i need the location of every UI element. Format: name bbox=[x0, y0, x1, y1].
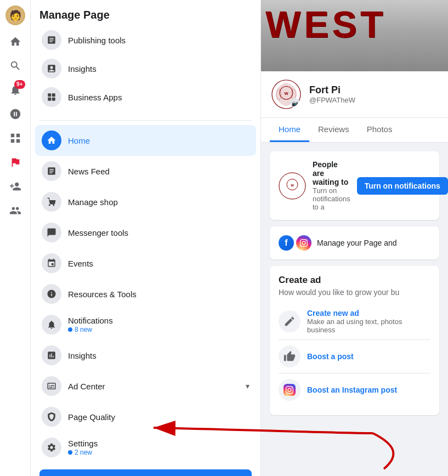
cover-text: WEST bbox=[265, 5, 386, 43]
boost-instagram-title: Boost an Instagram post bbox=[307, 386, 397, 394]
insights-nav-icon bbox=[42, 345, 61, 365]
promote-button[interactable]: Promote bbox=[39, 469, 252, 476]
manage-page-card: f Manage your Page and bbox=[270, 226, 439, 259]
manage-shop-label: Manage shop bbox=[68, 197, 118, 207]
notifications-nav-label: Notifications bbox=[68, 316, 113, 325]
boost-instagram-text: Boost an Instagram post bbox=[307, 386, 397, 394]
page-quality-icon bbox=[42, 407, 61, 427]
grid-icon[interactable] bbox=[4, 127, 26, 149]
manage-logo: f bbox=[279, 235, 311, 251]
sidebar-item-news-feed[interactable]: News Feed bbox=[35, 156, 256, 186]
boost-post-row[interactable]: Boost a post bbox=[279, 340, 430, 373]
svg-rect-0 bbox=[48, 93, 51, 97]
create-new-ad-sub: Make an ad using text, photos business bbox=[307, 318, 430, 334]
page-name-wrap: Fort Pi @FPWATheW bbox=[309, 84, 439, 104]
page-cover: WEST bbox=[261, 0, 448, 71]
sidebar-item-notifications[interactable]: Notifications 8 new bbox=[35, 309, 256, 340]
flag-icon[interactable] bbox=[4, 151, 26, 173]
svg-text:W: W bbox=[284, 91, 288, 96]
messenger-tools-label: Messenger tools bbox=[68, 228, 128, 237]
sidebar-item-publishing-tools[interactable]: Publishing tools bbox=[35, 26, 256, 54]
sidebar-item-business-apps[interactable]: Business Apps bbox=[35, 83, 256, 111]
sidebar: Manage Page Publishing tools Insights Bu… bbox=[31, 0, 261, 476]
turn-on-notifications-button[interactable]: Turn on notifications bbox=[357, 177, 448, 195]
notifications-badge: 9+ bbox=[14, 80, 25, 89]
notifications-card: W People are waiting to Turn on notifica… bbox=[270, 151, 439, 220]
sidebar-item-ad-center[interactable]: Ad Center ▾ bbox=[35, 371, 256, 401]
insights-top-icon bbox=[42, 59, 61, 78]
page-handle: @FPWATheW bbox=[309, 96, 439, 104]
notif-title: People are waiting to bbox=[313, 160, 350, 186]
resources-label: Resources & Tools bbox=[68, 290, 137, 299]
notifications-sublabel: 8 new bbox=[68, 326, 113, 333]
publishing-tools-label: Publishing tools bbox=[68, 36, 126, 45]
news-feed-label: News Feed bbox=[68, 167, 110, 176]
page-tabs: Home Reviews Photos bbox=[261, 118, 448, 143]
page-quality-label: Page Quality bbox=[68, 412, 115, 422]
page-avatar: W 📷 bbox=[270, 78, 303, 111]
home-nav-label: Home bbox=[68, 136, 90, 145]
groups-icon[interactable] bbox=[4, 200, 26, 222]
sidebar-item-insights[interactable]: Insights bbox=[35, 340, 256, 371]
manage-text: Manage your Page and bbox=[317, 239, 397, 247]
boost-instagram-icon bbox=[279, 379, 300, 401]
messenger-icon[interactable] bbox=[4, 103, 26, 125]
svg-rect-3 bbox=[52, 98, 55, 101]
boost-instagram-row[interactable]: Boost an Instagram post bbox=[279, 373, 430, 406]
sidebar-item-events[interactable]: Events bbox=[35, 248, 256, 279]
camera-icon[interactable]: 📷 bbox=[290, 98, 300, 108]
create-ad-title: Create ad bbox=[279, 275, 430, 286]
sidebar-item-home[interactable]: Home bbox=[35, 125, 256, 156]
sidebar-divider bbox=[39, 120, 252, 121]
messenger-tools-icon bbox=[42, 223, 61, 242]
create-ad-icon bbox=[279, 310, 300, 332]
sidebar-item-manage-shop[interactable]: Manage shop bbox=[35, 186, 256, 217]
manage-shop-icon bbox=[42, 192, 61, 212]
search-icon[interactable] bbox=[4, 55, 26, 77]
page-info-bar: W 📷 Fort Pi @FPWATheW bbox=[261, 71, 448, 118]
insights-nav-label: Insights bbox=[68, 351, 97, 360]
tab-home[interactable]: Home bbox=[270, 118, 309, 142]
create-new-ad-row[interactable]: Create new ad Make an ad using text, pho… bbox=[279, 303, 430, 340]
home-icon[interactable] bbox=[4, 31, 26, 53]
icon-bar: 🧑 9+ bbox=[0, 0, 31, 476]
settings-dot bbox=[68, 450, 72, 455]
manage-page-section: Publishing tools Insights Business Apps bbox=[31, 26, 260, 116]
resources-icon bbox=[42, 284, 61, 304]
home-nav-icon bbox=[42, 131, 61, 150]
boost-post-icon bbox=[279, 345, 300, 367]
page-avatar-wrap: W 📷 bbox=[270, 78, 303, 111]
svg-rect-2 bbox=[48, 98, 51, 101]
svg-text:W: W bbox=[291, 184, 294, 187]
notif-text: People are waiting to Turn on notificati… bbox=[313, 160, 350, 211]
sidebar-item-page-quality[interactable]: Page Quality bbox=[35, 401, 256, 432]
boost-post-text: Boost a post bbox=[307, 352, 354, 361]
add-friend-icon[interactable] bbox=[4, 175, 26, 197]
news-feed-icon bbox=[42, 161, 61, 181]
events-icon bbox=[42, 253, 61, 273]
sidebar-item-resources[interactable]: Resources & Tools bbox=[35, 279, 256, 309]
sidebar-title: Manage Page bbox=[31, 0, 260, 26]
insights-top-label: Insights bbox=[68, 64, 97, 73]
tab-reviews[interactable]: Reviews bbox=[309, 118, 358, 142]
notifications-icon[interactable]: 9+ bbox=[4, 79, 26, 101]
create-ad-subtitle: How would you like to grow your bu bbox=[279, 288, 430, 297]
sidebar-item-insights-top[interactable]: Insights bbox=[35, 54, 256, 83]
create-ad-card: Create ad How would you like to grow you… bbox=[270, 266, 439, 415]
publishing-tools-icon bbox=[42, 30, 61, 50]
create-new-ad-title: Create new ad bbox=[307, 309, 430, 318]
sidebar-item-messenger-tools[interactable]: Messenger tools bbox=[35, 217, 256, 248]
tab-photos[interactable]: Photos bbox=[358, 118, 401, 142]
notif-sub: Turn on notifications to a bbox=[313, 186, 350, 211]
profile-avatar[interactable]: 🧑 bbox=[4, 4, 26, 26]
business-apps-icon bbox=[42, 87, 61, 107]
ad-center-chevron: ▾ bbox=[246, 382, 249, 390]
business-apps-label: Business Apps bbox=[68, 93, 122, 102]
settings-sublabel: 2 new bbox=[68, 449, 98, 456]
events-label: Events bbox=[68, 259, 93, 268]
sidebar-item-settings[interactable]: Settings 2 new bbox=[35, 432, 256, 463]
ad-center-label: Ad Center bbox=[68, 382, 105, 391]
main-content: WEST W 📷 Fort Pi @FPWATheW bbox=[261, 0, 448, 476]
create-new-ad-text: Create new ad Make an ad using text, pho… bbox=[307, 309, 430, 334]
notifications-nav-icon bbox=[42, 315, 61, 335]
